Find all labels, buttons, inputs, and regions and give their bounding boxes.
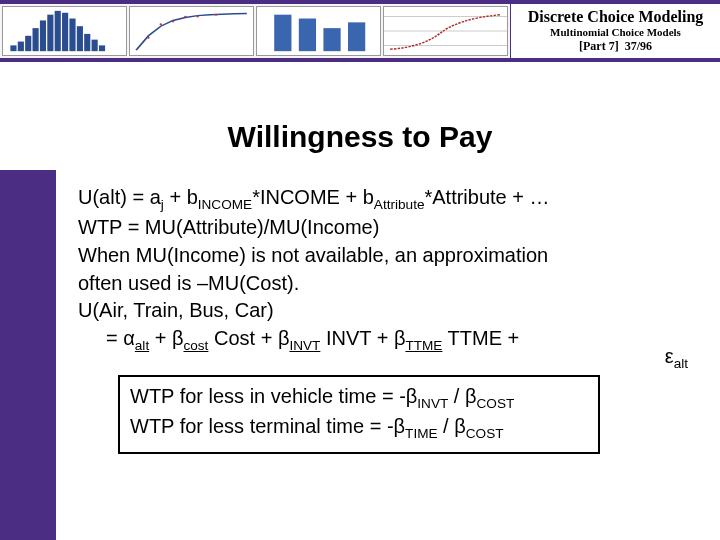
svg-rect-0 bbox=[10, 45, 16, 51]
svg-rect-10 bbox=[84, 34, 90, 51]
slide-body: U(alt) = aj + bINCOME*INCOME + bAttribut… bbox=[78, 185, 690, 356]
svg-rect-12 bbox=[99, 45, 105, 51]
svg-point-13 bbox=[147, 37, 149, 39]
svg-rect-6 bbox=[55, 11, 61, 51]
part-page: [Part 7] 37/96 bbox=[579, 39, 652, 54]
part-label: [Part 7] bbox=[579, 39, 619, 53]
svg-rect-4 bbox=[40, 20, 46, 51]
svg-rect-3 bbox=[33, 28, 39, 51]
page-number: 37/96 bbox=[625, 39, 652, 53]
svg-rect-8 bbox=[69, 19, 75, 52]
svg-rect-5 bbox=[47, 15, 53, 51]
svg-rect-1 bbox=[18, 42, 24, 52]
svg-point-16 bbox=[184, 16, 186, 18]
svg-rect-7 bbox=[62, 13, 68, 51]
left-accent-stripe bbox=[0, 170, 56, 540]
course-title: Discrete Choice Modeling bbox=[528, 8, 704, 26]
svg-rect-21 bbox=[323, 28, 340, 51]
eq-utility-general: U(alt) = aj + bINCOME*INCOME + bAttribut… bbox=[78, 185, 690, 213]
eq-utility-modes: U(Air, Train, Bus, Car) bbox=[78, 298, 690, 324]
svg-point-15 bbox=[172, 20, 174, 22]
svg-rect-20 bbox=[299, 19, 316, 52]
wtp-time-row: WTP for less terminal time = -βTIME / βC… bbox=[130, 413, 588, 443]
slide-title: Willingness to Pay bbox=[0, 120, 720, 154]
text-approx-1: When MU(Income) is not available, an app… bbox=[78, 243, 690, 269]
wtp-formula-box: WTP for less in vehicle time = -βINVT / … bbox=[118, 375, 600, 454]
wtp-invt-row: WTP for less in vehicle time = -βINVT / … bbox=[130, 383, 588, 413]
header-thumbnails bbox=[0, 4, 510, 58]
thumb-sigmoid bbox=[383, 6, 508, 56]
svg-point-14 bbox=[160, 23, 162, 25]
svg-point-17 bbox=[196, 16, 198, 18]
svg-point-18 bbox=[215, 14, 217, 16]
svg-rect-9 bbox=[77, 26, 83, 51]
text-approx-2: often used is –MU(Cost). bbox=[78, 271, 690, 297]
slide-header: Discrete Choice Modeling Multinomial Cho… bbox=[0, 0, 720, 62]
epsilon-term: εalt bbox=[665, 345, 688, 371]
thumb-histogram bbox=[2, 6, 127, 56]
svg-rect-11 bbox=[92, 40, 98, 52]
svg-rect-19 bbox=[274, 15, 291, 51]
eq-wtp-def: WTP = MU(Attribute)/MU(Income) bbox=[78, 215, 690, 241]
thumb-curve bbox=[129, 6, 254, 56]
thumb-bars bbox=[256, 6, 381, 56]
header-title-box: Discrete Choice Modeling Multinomial Cho… bbox=[510, 4, 720, 58]
svg-rect-22 bbox=[348, 22, 365, 51]
course-subtitle: Multinomial Choice Models bbox=[550, 26, 681, 38]
svg-rect-2 bbox=[25, 36, 31, 51]
eq-utility-expanded: = αalt + βcost Cost + βINVT INVT + βTTME… bbox=[78, 326, 690, 354]
